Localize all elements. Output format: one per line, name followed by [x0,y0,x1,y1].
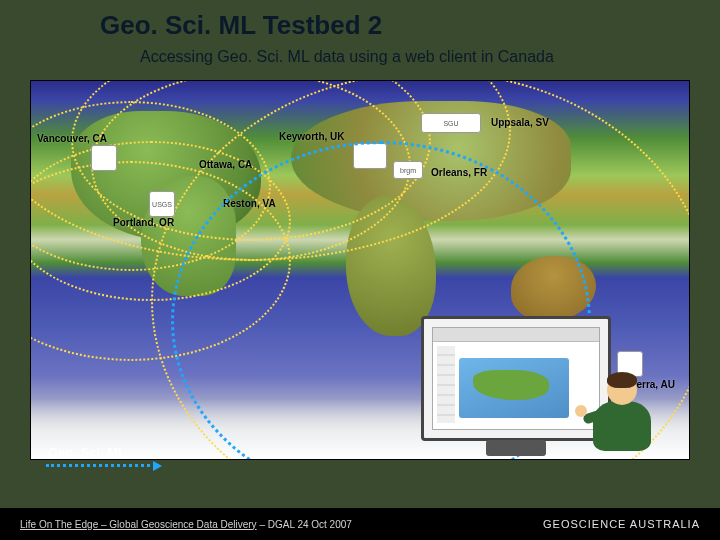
logo-vancouver [91,145,117,171]
user-hand [575,405,587,417]
footer-suffix: – DGAL 24 Oct 2007 [257,519,352,530]
logo-bgs [353,143,387,169]
geosci-ml-badge: Geo. Sci. ML [48,445,126,460]
web-client-monitor [421,316,611,441]
user-hair [607,372,637,388]
footer-link[interactable]: Life On The Edge – Global Geoscience Dat… [20,519,257,530]
label-portland: Portland, OR [113,217,174,228]
logo-sgu: SGU [421,113,481,133]
label-orleans: Orleans, FR [431,167,487,178]
world-map-panel: Vancouver, CA Portland, OR USGS Reston, … [30,80,690,460]
footer-brand: GEOSCIENCE AUSTRALIA [543,518,700,530]
browser-toolbar [433,328,599,342]
logo-usgs: USGS [149,191,175,217]
label-reston: Reston, VA [223,198,276,209]
label-keyworth: Keyworth, UK [279,131,345,142]
footer-left: Life On The Edge – Global Geoscience Dat… [20,519,352,530]
label-ottawa: Ottawa, CA [199,159,252,170]
slide-subtitle: Accessing Geo. Sci. ML data using a web … [140,48,554,66]
label-uppsala: Uppsala, SV [491,117,549,128]
web-client-window [432,327,600,430]
browser-sidebar [437,346,455,423]
slide-footer: Life On The Edge – Global Geoscience Dat… [0,508,720,540]
geosci-ml-arrow [46,464,156,467]
logo-brgm: brgm [393,161,423,179]
label-vancouver: Vancouver, CA [37,133,107,144]
landmass-australia [511,256,596,321]
user-illustration [589,375,659,460]
browser-map-view [459,358,569,418]
slide-title: Geo. Sci. ML Testbed 2 [100,10,382,41]
